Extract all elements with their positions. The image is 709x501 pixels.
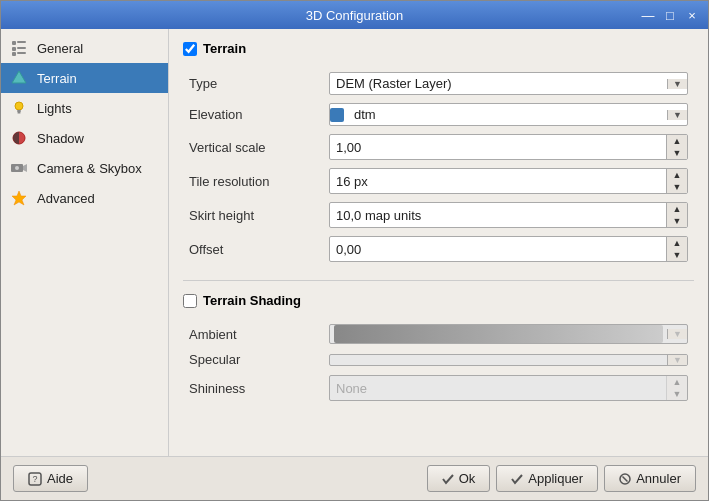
footer-left: ? Aide — [13, 465, 88, 492]
offset-down[interactable]: ▼ — [667, 249, 687, 261]
skirt-height-spinner[interactable]: ▲ ▼ — [666, 203, 687, 227]
shininess-down: ▼ — [667, 388, 687, 400]
type-dropdown-arrow[interactable]: ▼ — [667, 79, 687, 89]
svg-point-7 — [15, 102, 23, 110]
skirt-height-up[interactable]: ▲ — [667, 203, 687, 215]
sidebar-item-shadow[interactable]: Shadow — [1, 123, 168, 153]
elevation-field[interactable]: dtm ▼ — [329, 103, 688, 126]
skirt-height-field[interactable]: 10,0 map units ▲ ▼ — [329, 202, 688, 228]
vertical-scale-label: Vertical scale — [183, 130, 323, 164]
sidebar-item-lights[interactable]: Lights — [1, 93, 168, 123]
sidebar-item-advanced[interactable]: Advanced — [1, 183, 168, 213]
svg-rect-5 — [17, 52, 26, 54]
advanced-label: Advanced — [37, 191, 95, 206]
camera-icon — [9, 158, 29, 178]
offset-up[interactable]: ▲ — [667, 237, 687, 249]
shininess-label: Shininess — [183, 371, 323, 405]
maximize-button[interactable]: □ — [662, 8, 678, 23]
tile-resolution-field[interactable]: 16 px ▲ ▼ — [329, 168, 688, 194]
tile-resolution-label: Tile resolution — [183, 164, 323, 198]
type-row: Type DEM (Raster Layer) ▼ — [183, 68, 694, 99]
svg-line-18 — [623, 476, 628, 481]
terrain-section-header: Terrain — [183, 41, 694, 56]
elevation-row: Elevation dtm ▼ — [183, 99, 694, 130]
tile-resolution-spinner[interactable]: ▲ ▼ — [666, 169, 687, 193]
terrain-shading-section: Terrain Shading Ambient ▼ Specular — [183, 293, 694, 405]
elevation-dropdown-arrow[interactable]: ▼ — [667, 110, 687, 120]
tile-resolution-value: 16 px — [330, 171, 666, 192]
shininess-value: None — [330, 378, 666, 399]
elevation-value: dtm — [348, 104, 667, 125]
skirt-height-down[interactable]: ▼ — [667, 215, 687, 227]
skirt-height-row: Skirt height 10,0 map units ▲ ▼ — [183, 198, 694, 232]
terrain-shading-title: Terrain Shading — [203, 293, 301, 308]
tile-resolution-up[interactable]: ▲ — [667, 169, 687, 181]
annuler-label: Annuler — [636, 471, 681, 486]
type-value: DEM (Raster Layer) — [330, 73, 667, 94]
svg-rect-3 — [17, 47, 26, 49]
svg-marker-12 — [23, 164, 27, 172]
shadow-label: Shadow — [37, 131, 84, 146]
sidebar-item-general[interactable]: General — [1, 33, 168, 63]
type-field[interactable]: DEM (Raster Layer) ▼ — [329, 72, 688, 95]
sidebar: General Terrain Lights — [1, 29, 169, 456]
main-window: 3D Configuration — □ × — [0, 0, 709, 501]
ambient-label: Ambient — [183, 320, 323, 348]
appliquer-button[interactable]: Appliquer — [496, 465, 598, 492]
offset-spinner[interactable]: ▲ ▼ — [666, 237, 687, 261]
terrain-icon — [9, 68, 29, 88]
svg-rect-8 — [17, 110, 21, 112]
svg-marker-14 — [12, 191, 26, 205]
shininess-row: Shininess None ▲ ▼ — [183, 371, 694, 405]
terrain-label: Terrain — [37, 71, 77, 86]
appliquer-checkmark-icon — [511, 473, 523, 485]
specular-value — [330, 357, 667, 363]
vertical-scale-field[interactable]: 1,00 ▲ ▼ — [329, 134, 688, 160]
ok-checkmark-icon — [442, 473, 454, 485]
annuler-button[interactable]: Annuler — [604, 465, 696, 492]
sidebar-item-terrain[interactable]: Terrain — [1, 63, 168, 93]
elevation-label: Elevation — [183, 99, 323, 130]
svg-rect-1 — [17, 41, 26, 43]
terrain-shading-header: Terrain Shading — [183, 293, 694, 308]
aide-label: Aide — [47, 471, 73, 486]
tile-resolution-down[interactable]: ▼ — [667, 181, 687, 193]
section-divider — [183, 280, 694, 281]
window-controls[interactable]: — □ × — [640, 8, 700, 23]
general-icon — [9, 38, 29, 58]
camera-skybox-label: Camera & Skybox — [37, 161, 142, 176]
close-button[interactable]: × — [684, 8, 700, 23]
advanced-icon — [9, 188, 29, 208]
shadow-icon — [9, 128, 29, 148]
shininess-spinner: ▲ ▼ — [666, 376, 687, 400]
terrain-form: Type DEM (Raster Layer) ▼ Elevation — [183, 68, 694, 266]
terrain-checkbox[interactable] — [183, 42, 197, 56]
shininess-up: ▲ — [667, 376, 687, 388]
vertical-scale-down[interactable]: ▼ — [667, 147, 687, 159]
specular-label: Specular — [183, 348, 323, 371]
offset-field[interactable]: 0,00 ▲ ▼ — [329, 236, 688, 262]
ok-button[interactable]: Ok — [427, 465, 491, 492]
lights-label: Lights — [37, 101, 72, 116]
vertical-scale-value: 1,00 — [330, 137, 666, 158]
terrain-shading-checkbox[interactable] — [183, 294, 197, 308]
vertical-scale-spinner[interactable]: ▲ ▼ — [666, 135, 687, 159]
ok-label: Ok — [459, 471, 476, 486]
appliquer-label: Appliquer — [528, 471, 583, 486]
shading-form: Ambient ▼ Specular — [183, 320, 694, 405]
window-title: 3D Configuration — [69, 8, 640, 23]
sidebar-item-camera-skybox[interactable]: Camera & Skybox — [1, 153, 168, 183]
aide-button[interactable]: ? Aide — [13, 465, 88, 492]
specular-field: ▼ — [329, 354, 688, 366]
minimize-button[interactable]: — — [640, 8, 656, 23]
offset-row: Offset 0,00 ▲ ▼ — [183, 232, 694, 266]
svg-rect-2 — [12, 47, 16, 51]
aide-icon: ? — [28, 472, 42, 486]
footer: ? Aide Ok Appliquer — [1, 456, 708, 500]
svg-rect-0 — [12, 41, 16, 45]
titlebar: 3D Configuration — □ × — [1, 1, 708, 29]
specular-row: Specular ▼ — [183, 348, 694, 371]
vertical-scale-up[interactable]: ▲ — [667, 135, 687, 147]
tile-resolution-row: Tile resolution 16 px ▲ ▼ — [183, 164, 694, 198]
svg-text:?: ? — [32, 474, 37, 484]
